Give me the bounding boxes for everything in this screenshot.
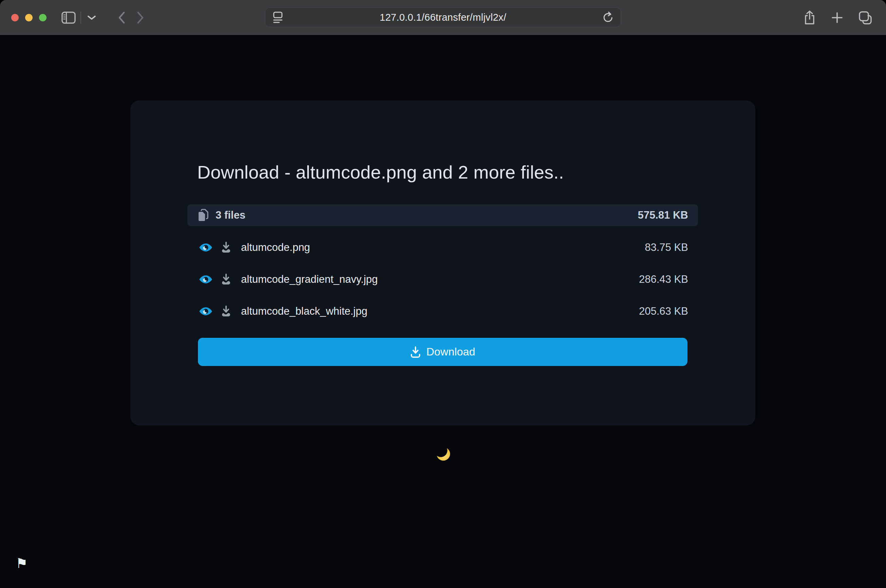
file-name: altumcode_gradient_navy.jpg <box>241 273 378 285</box>
zoom-button[interactable] <box>39 14 46 21</box>
preview-eye-icon[interactable] <box>199 273 213 286</box>
file-row: altumcode_black_white.jpg 205.63 KB <box>187 296 698 327</box>
download-file-icon[interactable] <box>220 306 231 317</box>
tab-overview-icon[interactable] <box>858 10 873 25</box>
page-title: Download - altumcode.png and 2 more file… <box>197 162 564 182</box>
download-file-icon[interactable] <box>220 242 231 253</box>
download-card: Download - altumcode.png and 2 more file… <box>130 100 755 425</box>
page-settings-icon[interactable] <box>272 11 284 24</box>
files-copy-icon <box>197 209 209 222</box>
preview-eye-icon[interactable] <box>199 241 213 254</box>
file-name: altumcode.png <box>241 242 310 254</box>
download-button-label: Download <box>426 346 475 358</box>
page-content: Download - altumcode.png and 2 more file… <box>0 35 886 588</box>
file-name: altumcode_black_white.jpg <box>241 305 367 317</box>
files-count-label: 3 files <box>216 209 246 221</box>
file-row: altumcode.png 83.75 KB <box>187 231 698 264</box>
flag-icon: ⚑ <box>16 556 28 570</box>
browser-toolbar: 127.0.0.1/66transfer/mljvl2x/ <box>0 0 886 35</box>
reload-icon[interactable] <box>603 11 614 23</box>
chevron-down-icon[interactable] <box>87 15 96 20</box>
file-size: 83.75 KB <box>645 242 688 254</box>
files-summary-bar: 3 files 575.81 KB <box>187 204 698 226</box>
download-icon <box>410 346 421 358</box>
theme-toggle-moon-icon[interactable] <box>434 444 453 464</box>
file-size: 205.63 KB <box>639 305 688 317</box>
share-icon[interactable] <box>803 10 816 25</box>
minimize-button[interactable] <box>25 14 33 21</box>
address-bar[interactable]: 127.0.0.1/66transfer/mljvl2x/ <box>265 8 621 27</box>
new-tab-icon[interactable] <box>831 12 843 24</box>
files-total-size: 575.81 KB <box>638 209 688 221</box>
file-list: altumcode.png 83.75 KB <box>187 231 698 327</box>
window-controls <box>11 14 46 21</box>
sidebar-toggle-icon[interactable] <box>61 12 76 24</box>
back-button[interactable] <box>118 12 125 24</box>
nav-group <box>61 12 144 24</box>
toolbar-right-icons <box>803 0 873 35</box>
preview-eye-icon[interactable] <box>199 304 213 318</box>
browser-window: 127.0.0.1/66transfer/mljvl2x/ <box>0 0 886 588</box>
download-file-icon[interactable] <box>220 274 231 285</box>
toolbar-divider <box>81 12 81 24</box>
file-row: altumcode_gradient_navy.jpg 286.43 KB <box>187 264 698 296</box>
close-button[interactable] <box>11 14 19 21</box>
download-all-button[interactable]: Download <box>198 338 687 366</box>
forward-button[interactable] <box>137 12 144 24</box>
url-text: 127.0.0.1/66transfer/mljvl2x/ <box>284 12 603 23</box>
file-size: 286.43 KB <box>639 273 688 285</box>
